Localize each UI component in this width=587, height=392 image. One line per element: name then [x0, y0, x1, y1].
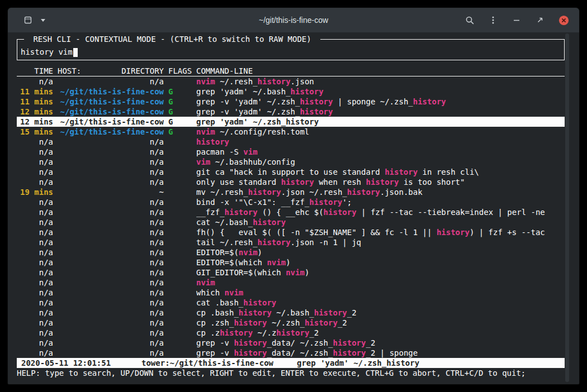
command-match-text: history	[385, 168, 418, 176]
history-row[interactable]: 11 mins~/git/this-is-fine-cowGgrep -v 'y…	[17, 97, 565, 107]
row-flags	[168, 318, 192, 328]
row-flags	[168, 197, 192, 207]
history-row[interactable]: 12 mins~/git/this-is-fine-cowGgrep 'yadm…	[17, 117, 565, 127]
command-text: is too short"	[399, 178, 465, 187]
command-text: cat .bash_	[196, 298, 243, 307]
table-header: TIME HOST:DIRECTORY FLAGS COMMAND-LINE	[17, 66, 565, 77]
history-row[interactable]: 11 mins~/git/this-is-fine-cowGgrep 'yadm…	[17, 87, 565, 97]
history-row[interactable]: n/an/anvim	[17, 278, 565, 288]
row-command: fh() { eval $( ([ -n "$ZSH_NAME" ] && fc…	[196, 227, 565, 237]
row-command: EDITOR=$(which nvim)	[196, 257, 565, 267]
row-host-directory: n/a	[58, 338, 164, 348]
command-text: )	[305, 268, 309, 277]
row-host-directory: n/a	[58, 167, 164, 177]
history-row[interactable]: n/an/avim ~/.bashhub/config	[17, 157, 565, 167]
command-match-text: history	[239, 308, 272, 317]
row-time: n/a	[17, 137, 53, 147]
history-row[interactable]: n/an/a__fzf_history () { __ehc $(history…	[17, 207, 565, 217]
search-icon[interactable]	[464, 15, 475, 26]
row-time: n/a	[17, 288, 53, 298]
history-row[interactable]: n/an/acat ~/.bash_history	[17, 217, 565, 227]
minimize-button[interactable]	[511, 15, 522, 26]
history-row[interactable]: n/an/aGIT_EDITOR=$(which nvim)	[17, 267, 565, 278]
history-row[interactable]: n/an/awhich nvim	[17, 288, 565, 298]
scrollbar-thumb[interactable]	[565, 34, 569, 382]
command-text: cat ~/.bash_	[196, 218, 253, 227]
history-row[interactable]: n/an/abind -x '"\C-x1": __fzf_history';	[17, 197, 565, 207]
command-match-text: history	[333, 338, 366, 347]
command-text: grep 'yadm' ~/.bash_	[196, 87, 291, 96]
command-match-text: history	[234, 318, 267, 327]
row-flags	[168, 348, 192, 358]
row-host-directory: n/a	[58, 288, 164, 298]
command-text: GIT_EDITOR=$(which	[196, 268, 286, 277]
desktop-background: ~/git/this-is-fine-cow	[0, 0, 587, 392]
history-row[interactable]: n/an/apacman -S vim	[17, 147, 565, 157]
row-time: n/a	[17, 247, 53, 257]
history-row[interactable]: n/an/atail ~/.resh_history.json -n 1 | j…	[17, 237, 565, 247]
command-text: when resh	[314, 178, 366, 187]
command-match-text: history	[253, 218, 286, 227]
row-time: n/a	[17, 227, 53, 237]
history-row[interactable]: 15 mins~/git/this-is-fine-cowGnvim ~/.co…	[17, 127, 565, 137]
command-text: grep 'yadm' ~/.zsh_history	[196, 117, 319, 126]
dropdown-caret-icon[interactable]	[37, 15, 49, 26]
row-host-directory: ~/git/this-is-fine-cow	[58, 97, 164, 107]
row-host-directory: n/a	[58, 267, 164, 278]
row-flags	[168, 237, 192, 247]
command-text: ~/.bashhub/config	[210, 157, 295, 166]
command-match-text: history	[324, 208, 357, 217]
command-text: .json ~/.resh_	[281, 188, 347, 197]
command-match-text: history	[225, 208, 258, 217]
command-match-text: nvim	[196, 77, 215, 86]
row-host-directory: ~/git/this-is-fine-cow	[58, 87, 164, 97]
history-row[interactable]: n/an/anvim ~/.resh_history.json	[17, 77, 565, 87]
row-time: n/a	[17, 197, 53, 207]
history-row[interactable]: n/an/acp .bash_history ~/.bash_history_2	[17, 308, 565, 318]
command-match-text: history	[234, 348, 267, 357]
restore-button[interactable]	[534, 15, 546, 26]
search-input[interactable]: history vim	[21, 47, 78, 57]
command-text: bind -x '"\C-x1": __fzf_	[196, 198, 309, 207]
command-match-text: history	[258, 77, 291, 86]
command-match-text: nvim	[267, 258, 286, 267]
row-flags	[168, 207, 192, 217]
row-flags	[168, 217, 192, 227]
history-row[interactable]: n/an/acp .zhistory ~/.zhistory_2	[17, 328, 565, 338]
close-button[interactable]	[558, 15, 569, 26]
search-query-text: history vim	[21, 47, 73, 57]
history-row[interactable]: n/an/ahistory	[17, 137, 565, 147]
row-command: grep -v history_data/ ~/.zsh_history_2	[196, 338, 565, 348]
scrollbar[interactable]	[565, 34, 569, 382]
history-row[interactable]: 12 mins~/git/this-is-fine-cowGgrep -v 'y…	[17, 107, 565, 117]
row-command: GIT_EDITOR=$(which nvim)	[196, 267, 565, 278]
row-host-directory: n/a	[58, 77, 164, 87]
history-row[interactable]: n/an/aEDITOR=$(nvim)	[17, 247, 565, 257]
history-row[interactable]: n/an/aonly use standard history when res…	[17, 177, 565, 187]
row-flags	[168, 338, 192, 348]
command-text: in resh cli\	[418, 168, 479, 176]
row-host-directory: ~/git/this-is-fine-cow	[58, 117, 164, 127]
header-host: HOST:	[58, 66, 81, 76]
history-row[interactable]: n/an/agit ca "hack in support to use sta…	[17, 167, 565, 177]
command-text: cp .zsh_	[196, 318, 234, 327]
command-text: cp .z	[196, 328, 220, 337]
history-row[interactable]: n/an/acp .zsh_history ~/.zsh_history_2	[17, 318, 565, 328]
new-tab-icon[interactable]	[22, 15, 34, 26]
row-command: cp .zhistory ~/.zhistory_2	[196, 328, 565, 338]
history-row[interactable]: n/an/acat .bash_history	[17, 298, 565, 308]
history-row[interactable]: n/an/agrep -v history_data/ ~/.zsh_histo…	[17, 348, 565, 358]
row-command: cat ~/.bash_history	[196, 217, 565, 227]
history-row[interactable]: n/an/aEDITOR=$(which nvim)	[17, 257, 565, 267]
row-time: n/a	[17, 278, 53, 288]
help-line: HELP: type to search, UP/DOWN to select,…	[17, 368, 565, 378]
history-row[interactable]: n/an/afh() { eval $( ([ -n "$ZSH_NAME" ]…	[17, 227, 565, 237]
status-command: grep 'yadm' ~/.zsh_history	[297, 358, 419, 368]
history-row[interactable]: n/an/agrep -v history_data/ ~/.zsh_histo…	[17, 338, 565, 348]
overflow-menu-icon[interactable]	[487, 15, 499, 26]
row-time: n/a	[17, 318, 53, 328]
row-command: EDITOR=$(nvim)	[196, 247, 565, 257]
history-row[interactable]: 19 mins~mv ~/.resh_history.json ~/.resh_…	[17, 187, 565, 197]
command-text: .json -n 1 | jq	[291, 238, 361, 247]
row-flags: G	[168, 117, 192, 127]
